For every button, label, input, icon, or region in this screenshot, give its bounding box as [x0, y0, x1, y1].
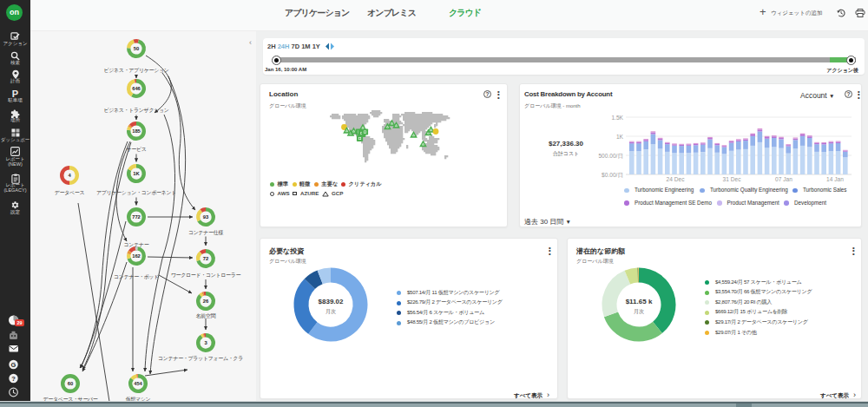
svg-text:454: 454 [134, 381, 142, 386]
svg-text:50: 50 [134, 46, 139, 51]
svg-text:アプリケーション・コンポーネント: アプリケーション・コンポーネント [96, 190, 176, 196]
svg-text:24 Dec: 24 Dec [667, 176, 686, 182]
svg-text:1K: 1K [616, 134, 624, 140]
svg-text:29: 29 [16, 320, 22, 325]
svg-text:$0.00/日: $0.00/日 [602, 172, 623, 179]
svg-text:14 Jan: 14 Jan [826, 176, 844, 182]
svg-text:データベース: データベース [55, 190, 85, 195]
svg-text:コンテナー: コンテナー [124, 242, 149, 247]
svg-text:コンテナー・プラットフォーム・クラ: コンテナー・プラットフォーム・クラ [158, 356, 243, 361]
svg-text:ビジネス・アプリケーション: ビジネス・アプリケーション [104, 68, 169, 74]
svg-text:コンテナー仕様: コンテナー仕様 [188, 230, 223, 235]
svg-text:ワークロード・コントローラー: ワークロード・コントローラー [171, 272, 241, 278]
svg-text:ビジネス・トランザクション: ビジネス・トランザクション [103, 108, 168, 113]
svg-text:185: 185 [132, 128, 141, 134]
svg-text:4: 4 [68, 173, 71, 178]
svg-text:1.5K: 1.5K [611, 115, 623, 121]
svg-text:93: 93 [203, 214, 209, 220]
svg-text:26: 26 [203, 299, 209, 304]
svg-text:31 Dec: 31 Dec [723, 176, 742, 182]
svg-text:?: ? [11, 375, 16, 383]
svg-text:07 Jan: 07 Jan [775, 176, 792, 182]
svg-text:コンテナー・ポッド: コンテナー・ポッド [114, 274, 159, 279]
svg-text:1K: 1K [133, 171, 140, 176]
svg-text:646: 646 [132, 86, 141, 91]
svg-text:名前空間: 名前空間 [196, 313, 216, 319]
svg-text:3: 3 [204, 340, 207, 345]
svg-text:60: 60 [68, 381, 73, 386]
svg-text:772: 772 [132, 214, 141, 220]
svg-text:72: 72 [203, 256, 208, 261]
svg-text:162: 162 [132, 253, 141, 259]
svg-text:G: G [11, 361, 16, 369]
svg-text:サービス: サービス [126, 147, 146, 152]
